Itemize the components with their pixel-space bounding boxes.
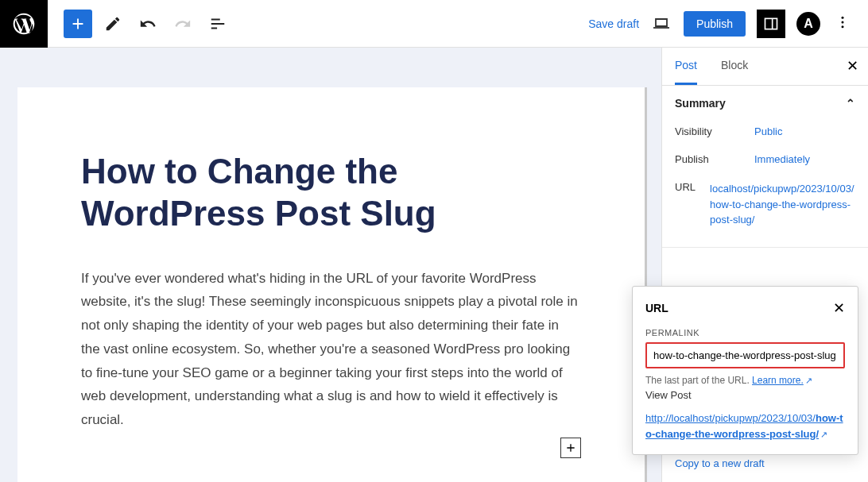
post-title-input[interactable]: How to Change the WordPress Post Slug	[81, 151, 581, 235]
undo-button[interactable]	[134, 10, 162, 38]
redo-icon	[174, 15, 192, 33]
editor-canvas[interactable]: How to Change the WordPress Post Slug If…	[17, 87, 647, 482]
plus-icon	[564, 442, 577, 454]
more-menu-button[interactable]	[831, 11, 854, 37]
laptop-icon	[652, 14, 671, 33]
svg-rect-0	[765, 18, 777, 29]
url-popup-close-button[interactable]: ✕	[833, 299, 845, 317]
visibility-row: Visibility Public	[675, 118, 855, 145]
dots-vertical-icon	[835, 14, 851, 30]
sidebar-tabs: Post Block ✕	[662, 48, 868, 86]
summary-panel-toggle[interactable]: Summary ⌃	[675, 97, 855, 110]
publish-label: Publish	[675, 153, 754, 165]
permalink-label: PERMALINK	[645, 328, 845, 337]
post-paragraph[interactable]: If you've ever wondered what's hiding in…	[81, 267, 581, 432]
tab-post[interactable]: Post	[675, 48, 697, 85]
visibility-label: Visibility	[675, 125, 754, 137]
publish-button[interactable]: Publish	[684, 11, 746, 37]
wordpress-logo[interactable]	[0, 0, 48, 48]
full-permalink-link[interactable]: http://localhost/pickupwp/2023/10/03/how…	[645, 412, 843, 440]
redo-button[interactable]	[169, 10, 197, 38]
list-icon	[209, 15, 227, 33]
url-popup: URL ✕ PERMALINK The last part of the URL…	[632, 286, 858, 455]
external-link-icon: ↗	[805, 376, 812, 386]
external-link-icon: ↗	[820, 428, 827, 442]
edit-mode-button[interactable]	[99, 10, 127, 38]
svg-point-3	[842, 21, 844, 23]
learn-more-link[interactable]: Learn more.↗	[752, 375, 812, 386]
preview-button[interactable]	[650, 13, 672, 35]
publish-row: Publish Immediately	[675, 145, 855, 173]
editor-canvas-wrap: How to Change the WordPress Post Slug If…	[0, 48, 661, 482]
svg-point-2	[842, 16, 844, 18]
url-popup-header: URL ✕	[645, 299, 845, 317]
save-draft-link[interactable]: Save draft	[588, 17, 639, 30]
url-popup-title: URL	[645, 302, 668, 314]
summary-panel: Summary ⌃ Visibility Public Publish Imme…	[662, 86, 868, 248]
view-post-label: View Post	[645, 389, 845, 401]
chevron-up-icon: ⌃	[846, 97, 855, 110]
close-sidebar-button[interactable]: ✕	[847, 57, 858, 75]
toolbar-left-group	[48, 10, 232, 38]
tab-block[interactable]: Block	[721, 48, 748, 85]
visibility-value[interactable]: Public	[754, 125, 855, 137]
inline-add-block-button[interactable]	[560, 438, 581, 458]
slug-input[interactable]	[645, 342, 845, 368]
panel-icon	[763, 16, 779, 32]
publish-value[interactable]: Immediately	[754, 153, 855, 165]
undo-icon	[139, 15, 157, 33]
pencil-icon	[104, 15, 122, 33]
url-label: URL	[675, 181, 710, 228]
url-value[interactable]: localhost/pickupwp/2023/10/03/how-to-cha…	[710, 181, 855, 228]
settings-sidebar-toggle[interactable]	[757, 10, 785, 38]
document-outline-button[interactable]	[203, 10, 232, 38]
add-block-button[interactable]	[64, 10, 92, 38]
top-toolbar: Save draft Publish A	[0, 0, 868, 48]
summary-panel-body: Visibility Public Publish Immediately UR…	[675, 110, 855, 236]
plus-icon	[69, 15, 87, 33]
url-row: URL localhost/pickupwp/2023/10/03/how-to…	[675, 173, 855, 236]
wordpress-icon	[11, 11, 37, 37]
toolbar-right-group: Save draft Publish A	[588, 10, 868, 38]
permalink-help-text: The last part of the URL. Learn more.↗	[645, 375, 845, 386]
summary-title: Summary	[675, 97, 726, 110]
plugin-a-button[interactable]: A	[796, 12, 820, 36]
svg-point-4	[842, 25, 844, 28]
